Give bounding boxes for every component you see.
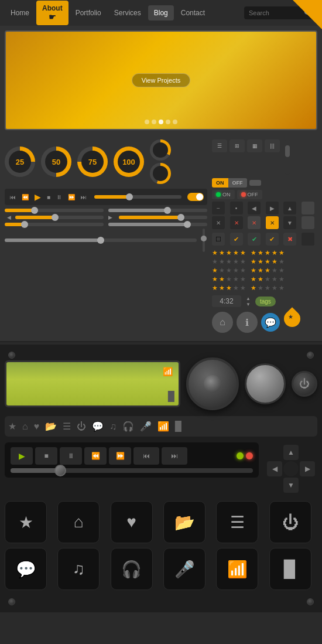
led-off-btn[interactable]: OFF [237,190,262,199]
medium-knob[interactable] [245,363,286,404]
big-btn-music[interactable]: ♫ [57,548,100,590]
transport-prev[interactable]: ⏮ [133,447,159,465]
btn-x1[interactable]: ✕ [212,216,225,229]
home-map-btn[interactable]: ⌂ [212,312,233,333]
dpad-right[interactable]: ▶ [300,461,315,476]
btn-dn[interactable]: ▼ [283,216,296,229]
nav-item-home[interactable]: Home [5,5,35,21]
bar-view-btn[interactable]: ||| [265,139,280,152]
toolbar-chat[interactable]: 💬 [92,421,104,432]
transport-progress[interactable] [11,468,253,473]
tile-view-btn[interactable]: ▦ [247,139,262,152]
toolbar-wifi[interactable]: 📶 [157,421,169,432]
dpad-up[interactable]: ▲ [283,445,299,460]
time-up[interactable]: ▲ [246,296,251,301]
star-b-3[interactable]: ★ [265,249,270,257]
play-btn[interactable]: ▶ [33,191,43,203]
big-btn-home[interactable]: ⌂ [57,501,100,543]
nav-item-contact[interactable]: Contact [175,5,211,21]
slider-2[interactable] [108,209,207,212]
toolbar-star[interactable]: ★ [8,421,16,432]
star-b-4[interactable]: ★ [272,249,278,257]
btn-tri-r[interactable]: ▶ [266,202,279,214]
star-0-3[interactable]: ★ [226,258,232,265]
nav-item-portfolio[interactable]: Portfolio [70,5,107,21]
nav-item-about[interactable]: About ☛ [36,1,68,25]
dot-3[interactable] [159,120,163,124]
star-1-5[interactable]: ★ [240,267,246,274]
pause-btn[interactable]: ⏸ [54,193,64,202]
toolbar-folder[interactable]: 📂 [45,421,57,432]
star-0-5[interactable]: ★ [240,258,246,265]
slider-7[interactable] [5,238,197,242]
dot-5[interactable] [173,120,177,124]
dot-1[interactable] [145,120,149,124]
star-0-1[interactable]: ★ [212,258,218,265]
power-button-round[interactable]: ⏻ [292,371,317,397]
chat-map-btn[interactable]: 💬 [261,313,280,332]
star-3-3[interactable]: ★ [226,284,232,292]
transport-play[interactable]: ▶ [11,447,33,465]
btn-minus[interactable]: − [212,202,225,214]
info-map-btn[interactable]: ℹ [237,312,258,333]
skip-fwd-btn[interactable]: ⏭ [79,193,88,202]
big-btn-mic[interactable]: 🎤 [163,548,205,590]
playback-slider[interactable] [94,195,181,199]
knob-dial-25[interactable]: 25 [5,146,35,177]
star-5-3[interactable]: ★ [226,249,232,257]
star-0-4[interactable]: ★ [233,258,239,265]
led-on-btn[interactable]: ON [212,190,235,199]
dpad-center[interactable] [283,461,299,476]
dot-2[interactable] [152,120,156,124]
knob-dial-50[interactable]: 50 [41,146,71,177]
big-btn-power[interactable]: ⏻ [269,501,311,543]
skip-back-btn[interactable]: ⏮ [8,193,18,202]
star-e-3[interactable]: ★ [265,275,270,283]
toolbar-music[interactable]: ♫ [109,421,117,432]
vertical-slider[interactable] [203,229,205,252]
big-btn-chat[interactable]: 💬 [5,548,47,590]
star-3-1[interactable]: ★ [212,284,218,292]
star-5-2[interactable]: ★ [219,249,225,257]
prev-btn[interactable]: ⏪ [20,193,30,202]
star-5-5[interactable]: ★ [240,249,246,257]
btn-br[interactable] [302,216,314,229]
view-projects-button[interactable]: View Projects [132,73,190,87]
star-2-5[interactable]: ★ [240,275,246,283]
star-e-2[interactable]: ★ [258,275,263,283]
playback-toggle[interactable] [187,193,204,201]
tags-badge[interactable]: tags [255,297,276,306]
toolbar-bars[interactable]: ▉ [175,421,182,432]
transport-stop[interactable]: ■ [35,447,57,465]
star-f-2[interactable]: ★ [258,284,263,292]
star-b-5[interactable]: ★ [279,249,285,257]
star-1-1[interactable]: ★ [212,267,218,274]
star-c-4[interactable]: ★ [272,258,278,265]
star-e-4[interactable]: ★ [272,275,278,283]
star-3-4[interactable]: ★ [233,284,239,292]
big-btn-heart[interactable]: ♥ [111,501,153,543]
slider-1[interactable] [5,209,104,212]
check-3[interactable]: ✔ [248,233,261,246]
star-f-4[interactable]: ★ [272,284,278,292]
star-c-3[interactable]: ★ [265,258,270,265]
transport-next[interactable]: ⏭ [162,447,187,465]
star-c-1[interactable]: ★ [251,258,256,265]
btn-x4[interactable]: ✕ [266,216,279,229]
star-2-3[interactable]: ★ [226,275,232,283]
star-3-5[interactable]: ★ [240,284,246,292]
time-down[interactable]: ▼ [246,302,251,307]
big-btn-list[interactable]: ☰ [216,501,258,543]
star-c-2[interactable]: ★ [258,258,263,265]
star-d-1[interactable]: ★ [251,267,256,274]
toolbar-headphone[interactable]: 🎧 [122,421,134,432]
star-1-4[interactable]: ★ [233,267,239,274]
star-f-3[interactable]: ★ [265,284,270,292]
star-d-3[interactable]: ★ [265,267,270,274]
list-view-btn[interactable]: ☰ [212,139,227,152]
check-1[interactable]: ☐ [212,233,225,246]
btn-x3[interactable]: ✕ [248,216,261,229]
transport-pause[interactable]: ⏸ [60,447,82,465]
star-5-1[interactable]: ★ [212,249,218,257]
star-e-1[interactable]: ★ [251,275,256,283]
